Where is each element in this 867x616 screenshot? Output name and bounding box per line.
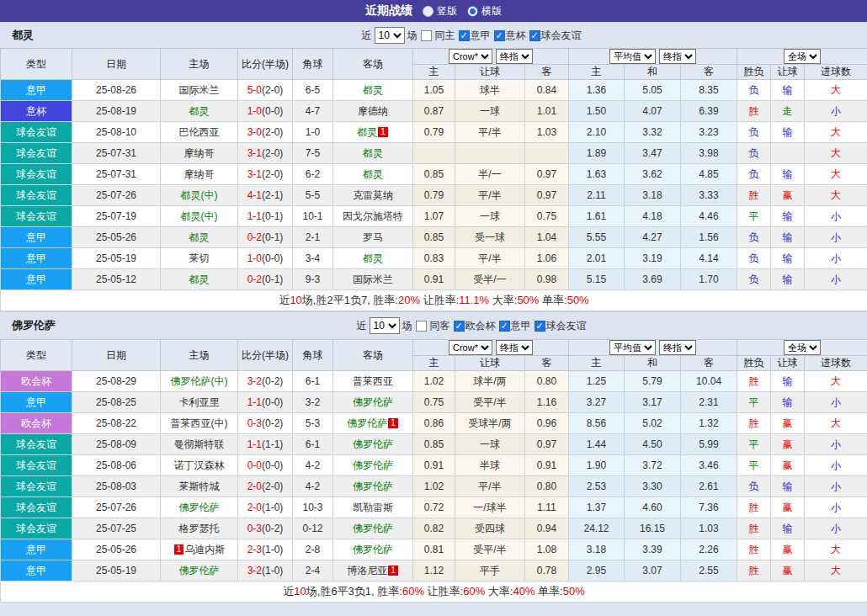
league-checkbox[interactable]: [459, 30, 470, 41]
team-link[interactable]: 佛罗伦萨: [353, 523, 393, 534]
team-link[interactable]: 卡利亚里: [179, 396, 220, 408]
team-link[interactable]: 佛罗伦萨: [347, 417, 387, 429]
recent-count-select[interactable]: 10: [370, 317, 400, 334]
avg-home-odds-cell: 1.50: [569, 101, 625, 122]
subcol-handicap-home: 主: [413, 356, 455, 371]
team-link[interactable]: 因戈尔施塔特: [343, 210, 403, 222]
team-link[interactable]: 都灵: [363, 252, 383, 264]
team-link[interactable]: 克雷莫纳: [353, 189, 393, 201]
horizontal-layout-radio[interactable]: 横版: [467, 4, 502, 19]
odds-company-select[interactable]: Crow*: [449, 340, 492, 355]
filter-bar: 近 10 场 同主 意甲 意杯 球会友谊: [362, 27, 582, 44]
home-team-cell: 曼彻斯特联: [161, 434, 238, 455]
team-link[interactable]: 罗马: [363, 231, 383, 243]
recent-matches-table: 类型 日期 主场 比分(半场) 角球 客场 Crow*终指 平均值终指 全场 主…: [0, 339, 867, 603]
team-link[interactable]: 摩纳哥: [184, 168, 215, 180]
team-link[interactable]: 国际米兰: [353, 273, 393, 285]
league-checkbox[interactable]: [494, 30, 505, 41]
league-filter[interactable]: 球会友谊: [534, 319, 587, 333]
odds-company-select[interactable]: Crow*: [449, 49, 492, 64]
horizontal-layout-label: 横版: [481, 4, 502, 19]
team-link[interactable]: 都灵: [363, 84, 383, 96]
result-handicap-cell: 走: [771, 101, 805, 122]
team-link[interactable]: 莱斯特城: [179, 481, 220, 492]
halftime-score: (0-1): [262, 231, 283, 243]
result-goals-cell: 大: [805, 143, 867, 164]
recent-count-select[interactable]: 10: [375, 27, 405, 44]
team-link[interactable]: 摩纳哥: [184, 147, 215, 159]
team-link[interactable]: 莱切: [189, 252, 210, 264]
league-filter[interactable]: 意甲: [498, 319, 531, 333]
team-link[interactable]: 佛罗伦萨: [179, 565, 220, 576]
away-team-cell: 摩德纳: [333, 101, 413, 122]
subcol-handicap-away: 客: [525, 65, 569, 80]
team-link[interactable]: 诺丁汉森林: [174, 459, 225, 471]
team-link[interactable]: 都灵(中): [181, 189, 218, 201]
league-filter[interactable]: 欧会杯: [453, 319, 496, 333]
fulltime-select[interactable]: 全场: [784, 49, 821, 64]
team-link[interactable]: 国际米兰: [179, 84, 220, 96]
handicap-away-odds-cell: 0.96: [525, 413, 569, 434]
handicap-line-cell: 受球半/两: [455, 413, 525, 434]
home-team-cell: 摩纳哥: [161, 164, 238, 185]
average-select[interactable]: 平均值: [609, 49, 656, 64]
league-checkbox[interactable]: [535, 321, 545, 332]
team-link[interactable]: 佛罗伦萨: [353, 396, 393, 408]
team-link[interactable]: 巴伦西亚: [179, 126, 220, 138]
avg-away-odds-cell: 1.56: [681, 227, 737, 248]
team-link[interactable]: 普莱西亚: [353, 375, 393, 387]
team-link[interactable]: 都灵: [189, 273, 210, 285]
team-link[interactable]: 佛罗伦萨(中): [171, 375, 228, 387]
score-cell: 1-1(0-1): [238, 206, 293, 227]
radio-unselected-icon[interactable]: [423, 6, 434, 17]
avg-away-odds-cell: 4.85: [681, 164, 737, 185]
average-stage-select[interactable]: 终指: [659, 340, 696, 355]
odds-stage-select[interactable]: 终指: [496, 49, 533, 64]
same-venue-checkbox[interactable]: [416, 321, 427, 332]
team-link[interactable]: 普莱西亚(中): [171, 417, 228, 429]
handicap-line-cell: 一球: [455, 434, 525, 455]
average-select[interactable]: 平均值: [609, 340, 656, 355]
same-venue-checkbox[interactable]: [421, 30, 432, 41]
vertical-layout-radio[interactable]: 竖版: [423, 4, 457, 19]
avg-home-odds-cell: 1.37: [569, 497, 625, 518]
league-checkbox[interactable]: [454, 321, 465, 332]
odds-stage-select[interactable]: 终指: [496, 340, 533, 355]
fulltime-select[interactable]: 全场: [784, 340, 821, 355]
result-goals-cell: 大: [805, 539, 867, 560]
team-link[interactable]: 佛罗伦萨: [353, 544, 393, 555]
team-link[interactable]: 博洛尼亚: [347, 565, 387, 576]
league-type-cell: 意甲: [1, 269, 72, 290]
league-checkbox[interactable]: [529, 30, 540, 41]
unit-label: 场: [407, 29, 418, 43]
corners-cell: 9-3: [293, 269, 333, 290]
team-link[interactable]: 都灵(中): [181, 210, 218, 222]
result-wdl-cell: 胜: [737, 518, 771, 539]
team-link[interactable]: 都灵: [357, 126, 377, 138]
team-link[interactable]: 凯勒雷斯: [353, 502, 393, 513]
team-link[interactable]: 乌迪内斯: [184, 544, 225, 555]
team-link[interactable]: 都灵: [189, 231, 210, 243]
league-filter[interactable]: 球会友谊: [529, 29, 582, 43]
average-stage-select[interactable]: 终指: [659, 49, 696, 64]
team-link[interactable]: 佛罗伦萨: [353, 459, 393, 471]
team-link[interactable]: 都灵: [363, 147, 383, 159]
league-filter[interactable]: 意杯: [493, 29, 526, 43]
away-team-cell: 都灵: [333, 143, 413, 164]
team-link[interactable]: 都灵: [363, 168, 383, 180]
result-wdl-cell: 负: [737, 476, 771, 497]
team-link[interactable]: 格罗瑟托: [179, 523, 220, 534]
radio-selected-icon[interactable]: [467, 6, 478, 17]
team-link[interactable]: 都灵: [189, 105, 210, 117]
team-link[interactable]: 曼彻斯特联: [174, 438, 225, 450]
team-link[interactable]: 佛罗伦萨: [353, 481, 393, 492]
league-type-cell: 球会友谊: [1, 455, 72, 476]
avg-away-odds-cell: 1.03: [681, 518, 737, 539]
league-filter[interactable]: 意甲: [458, 29, 491, 43]
team-link[interactable]: 佛罗伦萨: [179, 502, 220, 513]
league-checkbox[interactable]: [499, 321, 510, 332]
handicap-line-cell: 平/半: [455, 476, 525, 497]
team-link[interactable]: 佛罗伦萨: [353, 438, 393, 450]
team-link[interactable]: 摩德纳: [358, 105, 388, 117]
home-team-cell: 佛罗伦萨: [161, 560, 238, 581]
